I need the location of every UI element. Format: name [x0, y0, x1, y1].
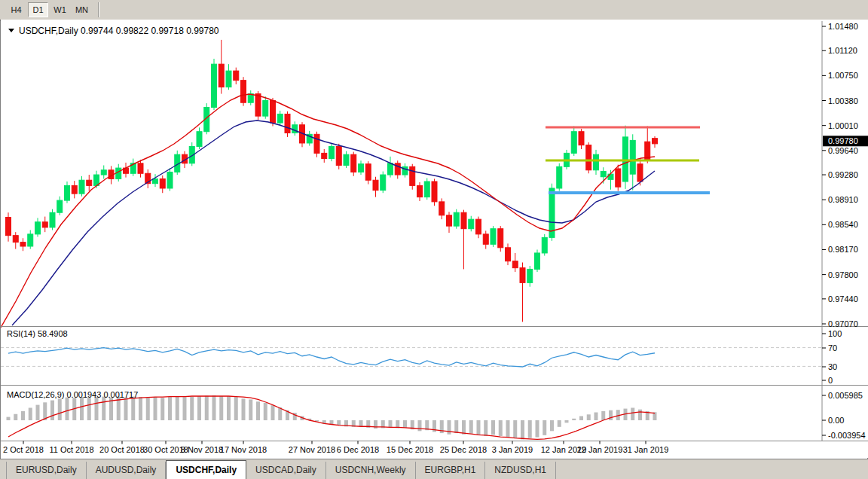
timeframe-button-d1[interactable]: D1	[28, 2, 48, 17]
macd-histogram-bar	[66, 398, 69, 420]
macd-histogram-bar	[124, 398, 128, 420]
candle-bull	[527, 269, 533, 282]
macd-histogram-bar	[638, 410, 642, 420]
candle-bear	[586, 145, 591, 170]
macd-histogram-bar	[462, 420, 466, 435]
candle-bear	[483, 234, 488, 244]
chart-tab-eurusd[interactable]: EURUSD,Daily	[6, 462, 87, 479]
price-axis-label: 0.99280	[828, 170, 858, 179]
rsi-axis-label: 70	[828, 343, 837, 352]
macd-histogram-bar	[587, 414, 591, 420]
candle-bear	[498, 229, 503, 248]
candle-bull	[50, 212, 55, 227]
date-axis-label: 6 Dec 2018	[337, 445, 379, 454]
candle-bull	[35, 222, 41, 234]
timeframe-button-h4[interactable]: H4	[6, 2, 26, 17]
macd-histogram-bar	[160, 398, 164, 420]
candle-bear	[373, 180, 378, 190]
candle-bear	[432, 182, 437, 202]
candle-bull	[329, 146, 335, 158]
rsi-label: RSI(14) 58.4908	[7, 329, 68, 338]
candle-bear	[255, 94, 261, 117]
macd-histogram-bar	[389, 420, 393, 427]
macd-histogram-bar	[359, 420, 363, 426]
chart-tab-audusd[interactable]: AUDUSD,Daily	[87, 462, 167, 479]
candle-bear	[417, 185, 423, 197]
candle-bear	[365, 164, 371, 180]
macd-histogram-bar	[528, 420, 532, 438]
price-axis-label: 0.97440	[828, 294, 858, 304]
date-axis-label: 15 Dec 2018	[387, 445, 433, 454]
macd-histogram-bar	[219, 396, 223, 420]
price-axis-label: 1.01480	[828, 22, 858, 31]
candle-bull	[623, 137, 628, 182]
date-axis-label: 11 Oct 2018	[49, 445, 93, 454]
candle-bear	[336, 146, 341, 165]
price-axis-label: 1.01120	[828, 46, 857, 55]
timeframe-button-w1[interactable]: W1	[50, 2, 70, 17]
candle-bear	[20, 243, 26, 246]
candle-bull	[167, 172, 173, 188]
price-axis-label: 1.00750	[828, 71, 858, 80]
macd-histogram-bar	[631, 407, 634, 420]
candle-bear	[87, 180, 92, 185]
chart-tab-usdcnh[interactable]: USDCNH,Weekly	[326, 462, 416, 479]
candle-bear	[476, 219, 481, 234]
macd-histogram-bar	[513, 420, 517, 438]
macd-histogram-bar	[448, 420, 451, 435]
macd-histogram-bar	[183, 397, 187, 420]
macd-histogram-bar	[594, 413, 598, 420]
macd-histogram-bar	[550, 420, 554, 431]
macd-histogram-bar	[131, 397, 135, 420]
chart-tab-nzdusd[interactable]: NZDUSD,H1	[485, 462, 556, 479]
date-axis-label: 3 Jan 2019	[492, 445, 533, 454]
price-axis-label: 1.00010	[828, 121, 858, 130]
macd-histogram-bar	[36, 405, 40, 420]
chart-title: USDCHF,Daily 0.99744 0.99822 0.99718 0.9…	[19, 26, 219, 36]
macd-histogram-bar	[264, 403, 267, 420]
macd-histogram-bar	[403, 420, 407, 428]
candle-bull	[557, 166, 562, 188]
candle-bull	[388, 163, 393, 175]
date-axis-label: 27 Nov 2018	[289, 445, 335, 454]
candle-bear	[138, 163, 143, 173]
candle-bear	[285, 114, 290, 133]
candle-bear	[322, 153, 327, 158]
macd-histogram-bar	[87, 398, 91, 420]
macd-label: MACD(12,26,9) 0.001943 0.001717	[7, 390, 138, 399]
chart-tabs: EURUSD,DailyAUDUSD,DailyUSDCHF,DailyUSDC…	[0, 459, 868, 479]
candle-bear	[160, 178, 165, 188]
macd-histogram-bar	[249, 399, 252, 420]
macd-histogram-bar	[477, 420, 481, 435]
macd-histogram-bar	[579, 416, 583, 420]
candle-bear	[579, 132, 584, 145]
candle-bear	[219, 64, 224, 87]
macd-histogram-bar	[14, 414, 17, 420]
chart-canvas[interactable]: 1.014801.011201.007501.003801.000100.996…	[1, 20, 868, 459]
price-axis-label: 0.99640	[828, 146, 858, 155]
macd-histogram-bar	[572, 419, 576, 420]
candle-bull	[491, 229, 496, 245]
candle-bull	[101, 170, 106, 175]
candle-bull	[116, 168, 121, 178]
candle-bull	[277, 114, 283, 123]
candle-bear	[447, 215, 452, 226]
candle-bear	[637, 164, 643, 182]
candle-bear	[42, 222, 47, 227]
macd-histogram-bar	[58, 398, 62, 420]
chart-tab-usdchf[interactable]: USDCHF,Daily	[166, 460, 246, 479]
timeframe-button-mn[interactable]: MN	[72, 2, 92, 17]
chart-tab-usdcad[interactable]: USDCAD,Daily	[246, 462, 326, 479]
macd-histogram-bar	[565, 420, 569, 423]
macd-histogram-bar	[506, 420, 510, 438]
candle-bear	[6, 217, 11, 235]
price-axis-label: 0.97800	[828, 270, 858, 279]
macd-histogram-bar	[146, 398, 150, 420]
macd-histogram-bar	[154, 397, 157, 420]
macd-histogram-bar	[7, 417, 11, 420]
candle-bull	[630, 140, 635, 174]
chart-tab-eurgbp[interactable]: EURGBP,H1	[416, 462, 486, 479]
rsi-axis-label: 30	[828, 362, 837, 371]
candle-bull	[542, 237, 547, 253]
macd-axis-label: -0.003954	[828, 431, 866, 440]
